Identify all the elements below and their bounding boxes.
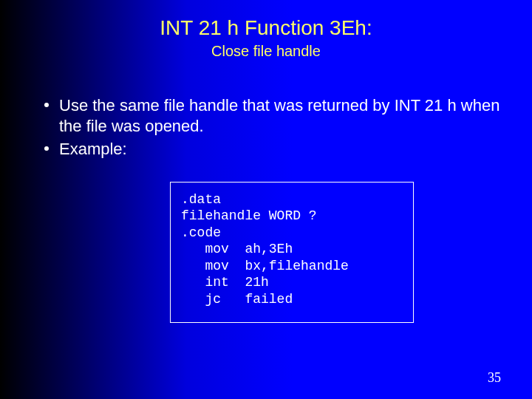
page-number: 35 — [488, 370, 501, 386]
bullet-dot-icon — [44, 103, 49, 107]
slide-title: INT 21 h Function 3Eh: — [0, 0, 532, 40]
slide: INT 21 h Function 3Eh: Close file handle… — [0, 0, 532, 399]
code-block: .data filehandle WORD ? .code mov ah,3Eh… — [170, 182, 414, 324]
slide-subtitle: Close file handle — [0, 43, 532, 60]
slide-body: Use the same file handle that was return… — [0, 95, 532, 323]
bullet-text: Use the same file handle that was return… — [59, 95, 502, 136]
bullet-dot-icon — [44, 146, 49, 151]
bullet-item: Use the same file handle that was return… — [44, 95, 502, 136]
bullet-text: Example: — [59, 139, 502, 160]
bullet-item: Example: — [44, 139, 502, 160]
